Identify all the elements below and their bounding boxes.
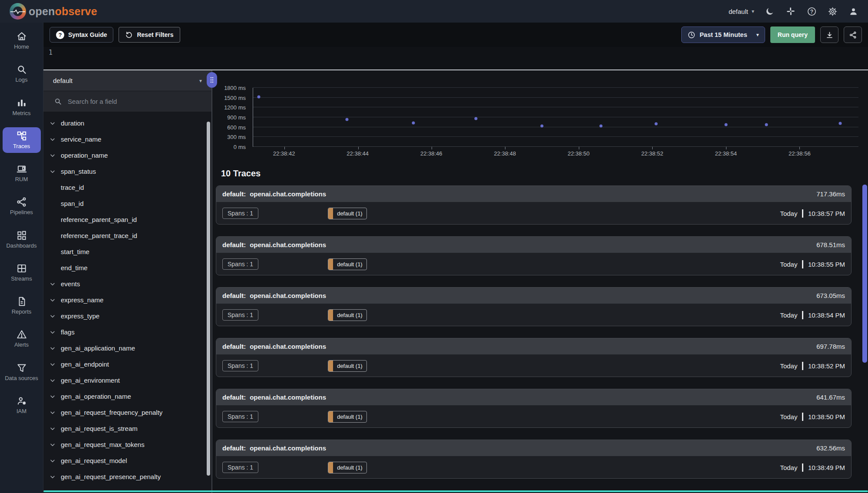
logo-text-observe: observe (55, 5, 97, 17)
field-row[interactable]: end_time (43, 260, 211, 276)
trace-card[interactable]: default: openai.chat.completions 632.56m… (216, 440, 851, 479)
field-row[interactable]: reference_parent_span_id (43, 212, 211, 228)
scatter-point[interactable] (257, 96, 260, 99)
sidebar-item-logs[interactable]: Logs (3, 61, 41, 86)
y-axis-tick-label: 300 ms (227, 134, 246, 140)
field-row[interactable]: span_id (43, 195, 211, 212)
scatter-point[interactable] (838, 122, 842, 125)
query-editor[interactable]: 1 (43, 47, 868, 69)
traces-panel: 0 ms300 ms600 ms900 ms1200 ms1500 ms1800… (212, 70, 868, 493)
time-divider (802, 463, 803, 472)
time-divider (802, 260, 803, 268)
trace-duration: 717.36ms (816, 190, 845, 198)
run-query-button[interactable]: Run query (770, 26, 815, 43)
trace-stream-name: default: (222, 394, 246, 401)
trace-card[interactable]: default: openai.chat.completions 697.78m… (216, 338, 851, 377)
traces-scrollbar-thumb[interactable] (862, 185, 867, 363)
trace-card[interactable]: default: openai.chat.completions 673.05m… (216, 287, 851, 326)
field-name: end_time (61, 264, 88, 271)
trace-card[interactable]: default: openai.chat.completions 641.67m… (216, 389, 851, 428)
trace-card[interactable]: default: openai.chat.completions 717.36m… (216, 185, 851, 225)
fields-list: duration service_name (43, 112, 211, 493)
trace-day: Today (780, 261, 797, 268)
field-row[interactable]: gen_ai_request_presence_penalty (43, 469, 211, 485)
stream-selector[interactable]: default ▾ (43, 70, 211, 91)
chevron-down-icon (50, 377, 56, 384)
time-range-selector[interactable]: Past 15 Minutes ▾ (681, 26, 765, 43)
field-row[interactable]: start_time (43, 244, 211, 260)
field-name: reference_parent_trace_id (61, 232, 137, 239)
stream-chip-color-bar (328, 208, 333, 219)
field-row[interactable]: service_name (43, 131, 211, 147)
scatter-point[interactable] (474, 117, 477, 120)
sidebar-item-reports[interactable]: Reports (3, 293, 41, 318)
sidebar-item-label: Traces (13, 143, 30, 150)
splitter-drag-handle[interactable] (207, 72, 217, 88)
moon-icon[interactable] (765, 6, 775, 17)
scatter-point[interactable] (412, 121, 415, 124)
chevron-down-icon: ▾ (752, 8, 754, 14)
openobserve-logo[interactable]: openobserve (10, 3, 97, 20)
sidebar-item-iam[interactable]: IAM (3, 392, 41, 418)
sidebar-item-streams[interactable]: Streams (3, 260, 41, 285)
scatter-point[interactable] (724, 123, 727, 126)
field-search-input[interactable] (68, 98, 201, 105)
field-row[interactable]: gen_ai_endpoint (43, 356, 211, 372)
sidebar-item-label: Reports (12, 308, 32, 315)
sidebar-item-label: RUM (15, 176, 28, 183)
fields-scrollbar-thumb[interactable] (207, 122, 210, 476)
field-row[interactable]: gen_ai_request_frequency_penalty (43, 404, 211, 420)
trace-timestamp: Today 10:38:54 PM (780, 311, 845, 319)
field-row[interactable]: flags (43, 324, 211, 340)
field-row[interactable]: gen_ai_operation_name (43, 388, 211, 404)
field-row[interactable]: express_type (43, 308, 211, 324)
syntax-guide-button[interactable]: ? Syntax Guide (50, 27, 113, 43)
field-row[interactable]: gen_ai_request_model (43, 453, 211, 469)
user-icon[interactable] (848, 6, 858, 17)
warning-triangle-icon (16, 329, 27, 340)
sidebar-item-metrics[interactable]: Metrics (3, 94, 41, 120)
scatter-point[interactable] (599, 124, 602, 127)
sidebar-item-pipelines[interactable]: Pipelines (3, 193, 41, 219)
sidebar-item-traces[interactable]: Traces (3, 127, 41, 153)
sidebar-item-rum[interactable]: RUM (3, 160, 41, 186)
field-row[interactable]: events (43, 276, 211, 292)
spans-count-chip: Spans : 1 (222, 411, 258, 422)
sidebar-item-label: Data sources (5, 375, 38, 382)
field-row[interactable]: span_status (43, 163, 211, 179)
sidebar-item-dashboards[interactable]: Dashboards (3, 227, 41, 252)
field-name: trace_id (61, 184, 84, 191)
trace-time: 10:38:49 PM (808, 464, 845, 471)
stream-chip: default (1) (328, 309, 367, 321)
trace-card[interactable]: default: openai.chat.completions 678.51m… (216, 236, 851, 275)
field-row[interactable]: duration (43, 115, 211, 131)
reset-filters-button[interactable]: Reset Filters (119, 27, 180, 43)
field-row[interactable]: gen_ai_request_is_stream (43, 420, 211, 437)
scatter-point[interactable] (654, 122, 657, 126)
field-row[interactable]: gen_ai_environment (43, 372, 211, 388)
field-row[interactable]: reference_parent_trace_id (43, 228, 211, 244)
field-row[interactable]: trace_id (43, 179, 211, 195)
trace-tree-icon (16, 130, 27, 142)
field-row[interactable]: gen_ai_application_name (43, 340, 211, 356)
field-row[interactable]: operation_name (43, 147, 211, 163)
horizontal-scrollbar[interactable] (43, 490, 868, 492)
slack-icon[interactable] (785, 6, 796, 17)
field-row[interactable]: express_name (43, 292, 211, 308)
help-icon[interactable]: ? (806, 6, 817, 17)
duration-scatter-chart: 0 ms300 ms600 ms900 ms1200 ms1500 ms1800… (212, 70, 868, 162)
scatter-point[interactable] (765, 123, 768, 126)
gear-icon[interactable] (827, 6, 838, 17)
sidebar-item-data-sources[interactable]: Data sources (3, 359, 41, 385)
trace-card-header: default: openai.chat.completions 717.36m… (216, 186, 851, 202)
sidebar-item-alerts[interactable]: Alerts (3, 326, 41, 351)
share-button[interactable] (844, 26, 862, 43)
org-selector[interactable]: default ▾ (729, 8, 754, 15)
scatter-point[interactable] (346, 118, 349, 121)
field-name: gen_ai_request_is_stream (61, 425, 138, 432)
scatter-point[interactable] (541, 125, 544, 128)
download-button[interactable] (820, 26, 838, 43)
field-row[interactable]: gen_ai_request_max_tokens (43, 437, 211, 453)
stream-chip: default (1) (328, 411, 367, 423)
sidebar-item-home[interactable]: Home (3, 28, 41, 53)
